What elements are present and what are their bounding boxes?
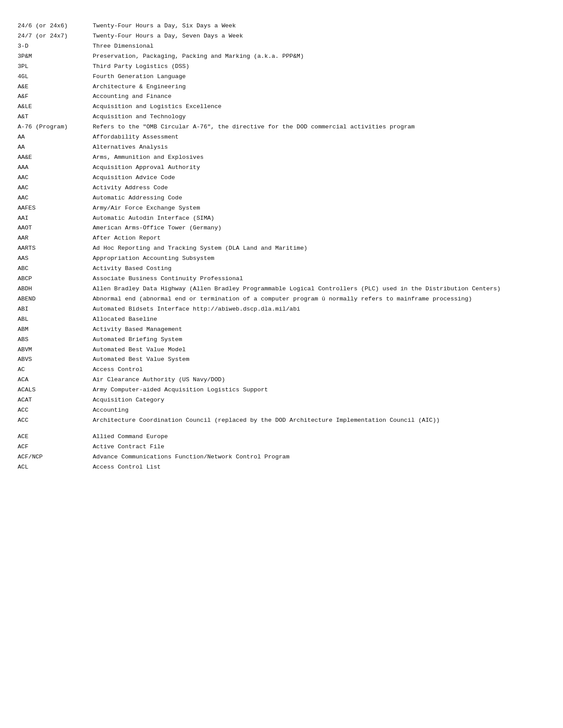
- definition: Acquisition Approval Authority: [93, 163, 545, 173]
- definition: American Arms-Office Tower (Germany): [93, 224, 545, 233]
- definition: Three Dimensional: [93, 42, 545, 51]
- abbreviation: ABM: [18, 325, 93, 334]
- abbreviation: A&LE: [18, 102, 93, 112]
- abbreviation: ACALS: [18, 386, 93, 395]
- definition: Automated Bidsets Interface http://abiwe…: [93, 305, 545, 314]
- abbreviation: ABI: [18, 305, 93, 314]
- definition: Activity Based Costing: [93, 264, 545, 274]
- abbreviation: ABVS: [18, 355, 93, 364]
- definition: Automated Best Value System: [93, 355, 545, 364]
- abbreviation: AAC: [18, 173, 93, 183]
- definition: Access Control: [93, 365, 545, 375]
- definition: Automatic Addressing Code: [93, 194, 545, 203]
- definition: Architecture Coordination Council (repla…: [93, 416, 545, 425]
- abbreviation: ACA: [18, 375, 93, 385]
- glossary-row: 3PLThird Party Logistics (DSS): [18, 62, 545, 72]
- definition: Abnormal end (abnormal end or terminatio…: [93, 295, 545, 304]
- definition: Automated Briefing System: [93, 335, 545, 345]
- abbreviation: AA: [18, 143, 93, 152]
- abbreviation: AAA: [18, 163, 93, 173]
- glossary-row: ABLAllocated Baseline: [18, 315, 545, 325]
- abbreviation: ABEND: [18, 295, 93, 304]
- definition: Automated Best Value Model: [93, 345, 545, 355]
- glossary-row: AAFESArmy/Air Force Exchange System: [18, 203, 545, 214]
- glossary-row: AACAutomatic Addressing Code: [18, 193, 545, 203]
- abbreviation: AA: [18, 133, 93, 142]
- definition: Activity Address Code: [93, 184, 545, 193]
- abbreviation: 4GL: [18, 72, 93, 82]
- abbreviation: A-76 (Program): [18, 123, 93, 132]
- abbreviation: ACC: [18, 406, 93, 415]
- glossary-row: 3-DThree Dimensional: [18, 41, 545, 52]
- abbreviation: ABVM: [18, 345, 93, 355]
- abbreviation: 3PL: [18, 62, 93, 71]
- definition: Accounting and Finance: [93, 92, 545, 101]
- glossary-row: AAAlternatives Analysis: [18, 143, 545, 153]
- definition: Architecture & Engineering: [93, 83, 545, 92]
- definition: Twenty-Four Hours a Day, Six Days a Week: [93, 22, 545, 31]
- definition: Associate Business Continuity Profession…: [93, 274, 545, 284]
- glossary-row: AAOTAmerican Arms-Office Tower (Germany): [18, 223, 545, 233]
- glossary-row: AACActivity Address Code: [18, 183, 545, 193]
- glossary-row: ACCAccounting: [18, 405, 545, 416]
- glossary-row: AARTSAd Hoc Reporting and Tracking Syste…: [18, 244, 545, 254]
- glossary-row: A-76 (Program)Refers to the "OMB Circula…: [18, 122, 545, 132]
- glossary-row: AASAppropriation Accounting Subsystem: [18, 254, 545, 264]
- abbreviation: ACL: [18, 463, 93, 472]
- glossary-row: ACLAccess Control List: [18, 462, 545, 473]
- definition: Acquisition Advice Code: [93, 173, 545, 183]
- glossary-row: AA&EArms, Ammunition and Explosives: [18, 153, 545, 163]
- definition: Alternatives Analysis: [93, 143, 545, 152]
- glossary-row: AACAcquisition Advice Code: [18, 173, 545, 183]
- abbreviation: ACAT: [18, 396, 93, 405]
- glossary-row: AAAAcquisition Approval Authority: [18, 163, 545, 173]
- glossary-row: A&TAcquisition and Technology: [18, 112, 545, 122]
- definition: Allocated Baseline: [93, 315, 545, 324]
- glossary-row: ABVSAutomated Best Value System: [18, 355, 545, 365]
- abbreviation: AAS: [18, 254, 93, 263]
- glossary-row: ACAccess Control: [18, 365, 545, 375]
- definition: Army Computer-aided Acquisition Logistic…: [93, 386, 545, 395]
- glossary-row: A&EArchitecture & Engineering: [18, 82, 545, 92]
- glossary-row: ABCActivity Based Costing: [18, 264, 545, 274]
- glossary-row: 3P&MPreservation, Packaging, Packing and…: [18, 52, 545, 62]
- abbreviation: AAC: [18, 194, 93, 203]
- definition: Acquisition and Logistics Excellence: [93, 102, 545, 112]
- definition: Accounting: [93, 406, 545, 415]
- definition: Allen Bradley Data Highway (Allen Bradle…: [93, 285, 545, 294]
- abbreviation: AAR: [18, 234, 93, 243]
- glossary-row: ABDHAllen Bradley Data Highway (Allen Br…: [18, 284, 545, 294]
- definition: Fourth Generation Language: [93, 72, 545, 82]
- definition: Access Control List: [93, 463, 545, 472]
- glossary-row: 24/6 (or 24x6)Twenty-Four Hours a Day, S…: [18, 21, 545, 31]
- glossary-row: ACAAir Clearance Authority (US Navy/DOD): [18, 375, 545, 385]
- abbreviation: AAI: [18, 214, 93, 223]
- glossary-row: ABVMAutomated Best Value Model: [18, 345, 545, 355]
- abbreviation: AC: [18, 365, 93, 375]
- abbreviation: AARTS: [18, 244, 93, 253]
- definition: Allied Command Europe: [93, 432, 545, 442]
- abbreviation: A&E: [18, 83, 93, 92]
- definition: Ad Hoc Reporting and Tracking System (DL…: [93, 244, 545, 253]
- definition: Automatic Autodin Interface (SIMA): [93, 214, 545, 223]
- glossary-row: ACCArchitecture Coordination Council (re…: [18, 416, 545, 426]
- definition: After Action Report: [93, 234, 545, 243]
- glossary-row: AARAfter Action Report: [18, 233, 545, 244]
- abbreviation: ABC: [18, 264, 93, 274]
- abbreviation: ACF: [18, 443, 93, 452]
- abbreviation: 24/6 (or 24x6): [18, 22, 93, 31]
- glossary-row: ACALSArmy Computer-aided Acquisition Log…: [18, 385, 545, 395]
- glossary-row: ABIAutomated Bidsets Interface http://ab…: [18, 304, 545, 315]
- glossary-row: ABSAutomated Briefing System: [18, 335, 545, 345]
- glossary-row: ACFActive Contract File: [18, 442, 545, 452]
- abbreviation: ABS: [18, 335, 93, 345]
- glossary-row: AAIAutomatic Autodin Interface (SIMA): [18, 214, 545, 224]
- glossary-row: AAAffordability Assessment: [18, 132, 545, 143]
- glossary-row: ACEAllied Command Europe: [18, 432, 545, 442]
- abbreviation: AAC: [18, 184, 93, 193]
- abbreviation: 24/7 (or 24x7): [18, 32, 93, 41]
- abbreviation: ABL: [18, 315, 93, 324]
- abbreviation: ACF/NCP: [18, 453, 93, 462]
- definition: Active Contract File: [93, 443, 545, 452]
- abbreviation: A&T: [18, 113, 93, 122]
